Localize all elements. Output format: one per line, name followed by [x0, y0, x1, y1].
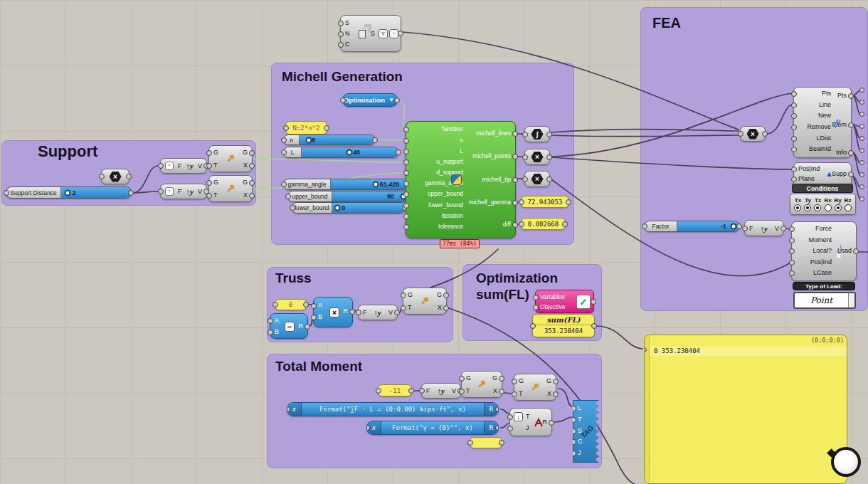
edge-socket[interactable] — [859, 160, 864, 165]
pin-g-out[interactable]: G — [546, 377, 556, 386]
pin-x[interactable]: x — [287, 403, 302, 416]
slider-n-grip[interactable] — [305, 137, 312, 143]
unit-y-component[interactable]: * F ↑y V — [160, 158, 207, 174]
edge-socket[interactable] — [859, 100, 864, 105]
pin-local-in[interactable]: Local? — [792, 246, 832, 256]
edge-socket[interactable] — [859, 124, 864, 129]
pin-v[interactable]: V — [388, 309, 393, 316]
simplify-flag-icon[interactable]: ↑ — [389, 29, 398, 38]
move-component[interactable]: G T G X ↗ — [514, 374, 556, 401]
pin-g-in[interactable]: G — [514, 377, 524, 386]
dropdown-handle[interactable] — [848, 293, 854, 307]
pin-ldist-in[interactable]: LDist — [794, 134, 831, 143]
pin-j[interactable]: J — [573, 448, 581, 458]
pin-a[interactable]: A — [314, 301, 322, 310]
pin-x[interactable]: x — [367, 421, 381, 434]
pin-r[interactable]: R — [484, 421, 498, 434]
slider-upper-track[interactable]: 90 — [332, 191, 408, 201]
edge-socket[interactable] — [859, 112, 864, 117]
toggle-tx[interactable] — [794, 204, 801, 211]
toggle-rx[interactable] — [825, 204, 832, 211]
expression-moment[interactable]: x Format("∑F · L = {0:0.00} kips·ft", x)… — [287, 402, 499, 416]
panel-michell-gamma[interactable]: 72.943053 — [521, 196, 569, 208]
pin-g-in[interactable]: G — [462, 374, 471, 383]
pin-beamid-in[interactable]: BeamId — [794, 144, 831, 154]
canvas-compass[interactable] — [830, 446, 862, 478]
pin-v[interactable]: V — [452, 387, 456, 394]
pin-f[interactable]: F — [426, 387, 430, 394]
toggle-ty[interactable] — [804, 204, 811, 211]
pin-pts-out[interactable]: Pts — [837, 91, 851, 100]
pin-diff[interactable]: diff — [450, 220, 515, 229]
slider-gamma-grip[interactable] — [373, 182, 379, 188]
panel-diff[interactable]: 0.002668 — [521, 218, 566, 230]
pin-posind-in[interactable]: Pos|Ind — [794, 164, 820, 174]
slider-l[interactable]: L 40 — [283, 147, 399, 158]
toggle-rz[interactable] — [845, 204, 852, 211]
pin-t-in[interactable]: T — [462, 386, 470, 396]
conditions-box[interactable]: Tx Ty Tz Rx Ry Rz — [790, 194, 856, 215]
pin-g-out[interactable]: G — [243, 148, 252, 157]
pin-r[interactable]: R — [484, 403, 498, 416]
pin-michell-points[interactable]: michell_points — [450, 152, 515, 161]
galapagos-component[interactable]: Variables Objective ✓ — [535, 290, 594, 313]
pin-pts-in[interactable]: Pts — [794, 89, 831, 98]
slider-factor-track[interactable]: -1 — [677, 221, 739, 231]
pin-v[interactable]: V — [198, 188, 202, 195]
slider-lower-grip[interactable] — [334, 205, 341, 211]
pin-g-out[interactable]: G — [437, 290, 446, 300]
pin-r[interactable]: R — [344, 307, 353, 316]
toggle-ry[interactable] — [835, 204, 842, 211]
edge-socket[interactable] — [859, 148, 864, 153]
chevron-down-icon[interactable]: ▼ — [386, 97, 397, 103]
pin-michell-gamma[interactable]: michell_gamma — [450, 198, 515, 207]
load-type-dropdown[interactable]: Point — [793, 292, 856, 309]
slider-gamma-angle[interactable]: gamma_angle 61.420 — [283, 179, 409, 190]
pin-t-in[interactable]: T — [209, 161, 218, 170]
pin-line-in[interactable]: Line — [794, 100, 831, 110]
toggle-tz[interactable] — [814, 204, 821, 211]
move-component[interactable]: G T G X ↗ — [208, 145, 253, 172]
pin-l[interactable]: L — [573, 404, 581, 413]
pin-f[interactable]: F — [749, 225, 753, 232]
slider-lower-track[interactable]: 0 — [332, 203, 405, 213]
pin-t[interactable]: T — [573, 415, 582, 424]
edge-socket[interactable] — [859, 184, 864, 189]
pin-x-out[interactable]: X — [547, 389, 556, 399]
pin-g-in[interactable]: G — [209, 148, 218, 157]
pin-r[interactable]: R — [299, 322, 308, 331]
text-tag-component[interactable]: L T S C J TAG — [573, 400, 599, 463]
fea-param-capsule[interactable]: × — [740, 126, 766, 142]
unit-y-component[interactable]: * F ↑y V — [160, 184, 207, 199]
support-param-capsule[interactable]: × — [101, 169, 129, 184]
edge-socket[interactable] — [859, 136, 864, 141]
curve-param-capsule[interactable]: ∫ — [524, 126, 550, 142]
slider-l-grip[interactable] — [346, 149, 352, 156]
pin-b[interactable]: B — [270, 327, 279, 337]
pin-x-out[interactable]: X — [243, 191, 252, 200]
edge-socket[interactable] — [859, 172, 864, 177]
pin-t-in[interactable]: T — [209, 191, 218, 200]
pin-plane-in[interactable]: Plane — [794, 174, 815, 184]
pin-supp-out[interactable]: Supp — [832, 169, 851, 179]
slider-l-track[interactable]: 40 — [302, 147, 398, 157]
slider-support-grip[interactable] — [64, 189, 70, 196]
pin-v[interactable]: V — [198, 162, 202, 169]
slider-support-track[interactable]: 2 — [61, 187, 131, 198]
pin-lcase-in[interactable]: LCase — [792, 268, 832, 278]
point-param-capsule[interactable]: × — [524, 149, 550, 165]
fea-load-component[interactable]: Force Moment Local? Pos|Ind LCase Load ↓… — [791, 221, 857, 281]
slider-factor[interactable]: Factor -1 — [644, 221, 740, 232]
slider-gamma-track[interactable]: 61.420 — [331, 179, 408, 189]
pin-n-in[interactable]: N — [341, 29, 350, 38]
pin-variables[interactable]: Variables — [536, 293, 565, 302]
pin-t[interactable]: T — [510, 412, 530, 421]
pin-f[interactable]: F — [178, 162, 182, 169]
pin-new-in[interactable]: New — [794, 111, 831, 120]
slider-lower-bound[interactable]: lower_bound 0 — [292, 202, 406, 214]
pin-posind-in[interactable]: Pos|Ind — [792, 258, 832, 267]
pin-remove-in[interactable]: Remove — [794, 122, 831, 132]
pin-x-out[interactable]: X — [243, 161, 252, 170]
move-component[interactable]: G T G X ↗ — [403, 288, 447, 315]
pin-b[interactable]: B — [314, 312, 322, 322]
